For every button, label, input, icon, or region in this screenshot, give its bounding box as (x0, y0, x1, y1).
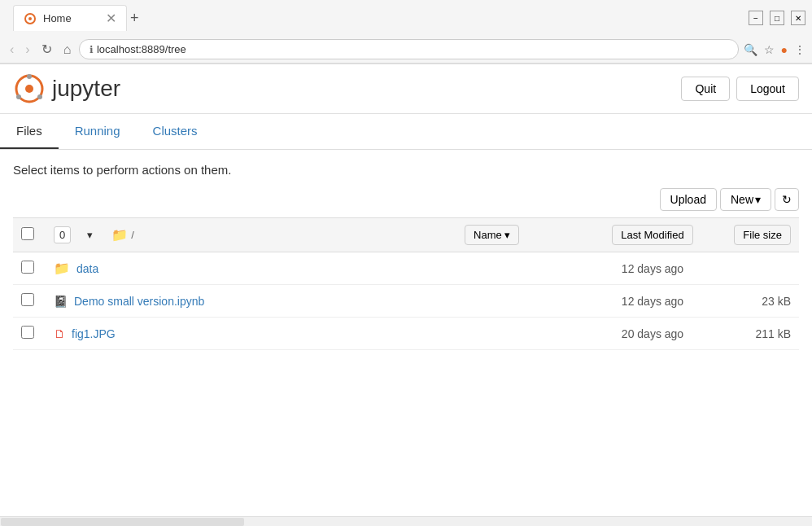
file-link[interactable]: 📁 data (54, 261, 388, 276)
row-checkbox[interactable] (21, 261, 34, 274)
row-modified: 12 days ago (587, 285, 718, 318)
browser-toolbar-icons: 🔍 ☆ ● ⋮ (744, 43, 805, 56)
main-content: Select items to perform actions on them.… (0, 150, 812, 363)
lock-icon: ℹ (89, 44, 94, 55)
folder-icon: 📁 (54, 261, 70, 276)
quit-button[interactable]: Quit (681, 77, 730, 101)
file-name: Demo small version.ipynb (74, 295, 204, 308)
table-row: 🗋 fig1.JPG 20 days ago 211 kB (13, 318, 799, 350)
menu-icon[interactable]: ⋮ (794, 43, 805, 56)
title-bar: Home ✕ + − □ ✕ (0, 0, 812, 36)
row-checkbox[interactable] (21, 326, 34, 339)
breadcrumb-folder-icon: 📁 (111, 227, 128, 243)
minimize-button[interactable]: − (749, 11, 763, 25)
header-name-cell: Name ▾ (396, 218, 587, 252)
reload-button[interactable]: ↻ (38, 40, 55, 59)
file-toolbar: Upload New ▾ ↻ (13, 188, 799, 211)
svg-point-3 (25, 85, 33, 93)
last-modified-sort-button[interactable]: Last Modified (612, 225, 692, 245)
browser-chrome: Home ✕ + − □ ✕ ‹ › ↻ ⌂ ℹ localhost:8889/… (0, 0, 812, 64)
tab-favicon (24, 12, 37, 25)
tab-close-button[interactable]: ✕ (106, 11, 116, 26)
address-bar: ‹ › ↻ ⌂ ℹ localhost:8889/tree 🔍 ☆ ● ⋮ (0, 36, 812, 64)
select-message: Select items to perform actions on them. (13, 163, 799, 177)
svg-point-5 (37, 94, 42, 99)
table-row: 📁 data 12 days ago (13, 252, 799, 285)
new-button-label: New (731, 193, 753, 206)
svg-point-1 (28, 17, 32, 20)
header-count-cell: 0 (46, 218, 79, 252)
address-input[interactable]: ℹ localhost:8889/tree (79, 39, 738, 59)
new-tab-button[interactable]: + (130, 10, 139, 27)
jupyter-app: jupyter Quit Logout Files Running Cluste… (0, 64, 812, 363)
row-checkbox[interactable] (21, 293, 34, 306)
new-button[interactable]: New ▾ (720, 188, 771, 211)
row-checkbox-cell (13, 285, 46, 318)
table-row: 📓 Demo small version.ipynb 12 days ago 2… (13, 285, 799, 318)
select-all-checkbox[interactable] (21, 227, 34, 240)
file-list-body: 📁 data 12 days ago 📓 Demo small version.… (13, 252, 799, 350)
tab-files[interactable]: Files (0, 114, 59, 149)
name-sort-button[interactable]: Name ▾ (465, 225, 519, 245)
home-button[interactable]: ⌂ (60, 41, 75, 59)
file-name: data (76, 262, 98, 275)
file-link[interactable]: 🗋 fig1.JPG (54, 327, 388, 340)
browser-tab[interactable]: Home ✕ (13, 5, 127, 31)
items-dropdown-arrow[interactable]: ▾ (87, 229, 93, 241)
row-modified: 20 days ago (587, 318, 718, 350)
row-spacer (396, 285, 587, 318)
table-header-row: 0 ▾ 📁 / Name ▾ Last M (13, 218, 799, 252)
row-size: 23 kB (718, 285, 799, 318)
image-icon: 🗋 (54, 327, 65, 340)
breadcrumb: 📁 / (111, 227, 388, 243)
refresh-button[interactable]: ↻ (775, 188, 799, 211)
header-size-cell: File size (718, 218, 799, 252)
header-checkbox-cell (13, 218, 46, 252)
logout-button[interactable]: Logout (736, 77, 799, 101)
back-button[interactable]: ‹ (7, 41, 17, 59)
maximize-button[interactable]: □ (770, 11, 784, 25)
row-checkbox-cell (13, 252, 46, 285)
row-checkbox-cell (13, 318, 46, 350)
search-icon[interactable]: 🔍 (744, 43, 757, 56)
bookmark-icon[interactable]: ☆ (764, 43, 775, 56)
upload-button[interactable]: Upload (660, 188, 717, 211)
row-name-cell: 📓 Demo small version.ipynb (46, 285, 396, 318)
window-controls: − □ ✕ (749, 11, 805, 25)
jupyter-logo-icon (13, 72, 46, 105)
tab-bar: Home ✕ + (7, 5, 146, 31)
navigation-tabs: Files Running Clusters (0, 114, 812, 150)
tab-title: Home (43, 12, 99, 24)
tab-clusters[interactable]: Clusters (137, 114, 214, 149)
row-name-cell: 📁 data (46, 252, 396, 285)
file-link[interactable]: 📓 Demo small version.ipynb (54, 295, 388, 308)
row-size (718, 252, 799, 285)
row-spacer (396, 252, 587, 285)
header-dropdown-cell: ▾ (79, 218, 103, 252)
file-size-sort-button[interactable]: File size (734, 225, 791, 245)
close-window-button[interactable]: ✕ (791, 11, 805, 25)
item-count-badge: 0 (54, 226, 71, 243)
row-size: 211 kB (718, 318, 799, 350)
jupyter-title-text: jupyter (52, 76, 120, 102)
row-name-cell: 🗋 fig1.JPG (46, 318, 396, 350)
svg-point-4 (27, 74, 32, 79)
address-text: localhost:8889/tree (97, 43, 186, 55)
forward-button[interactable]: › (22, 41, 33, 59)
file-table: 0 ▾ 📁 / Name ▾ Last M (13, 217, 799, 350)
file-name: fig1.JPG (72, 327, 116, 340)
tab-running[interactable]: Running (59, 114, 137, 149)
jupyter-logo: jupyter (13, 72, 120, 105)
notebook-icon: 📓 (54, 295, 68, 308)
row-modified: 12 days ago (587, 252, 718, 285)
row-spacer (396, 318, 587, 350)
header-buttons: Quit Logout (681, 77, 799, 101)
new-dropdown-arrow[interactable]: ▾ (755, 193, 761, 206)
jupyter-header: jupyter Quit Logout (0, 64, 812, 114)
header-modified-cell: Last Modified (587, 218, 718, 252)
header-breadcrumb-cell: 📁 / (103, 218, 396, 252)
svg-point-6 (16, 94, 21, 99)
profile-icon[interactable]: ● (781, 43, 788, 56)
breadcrumb-separator: / (131, 229, 134, 241)
